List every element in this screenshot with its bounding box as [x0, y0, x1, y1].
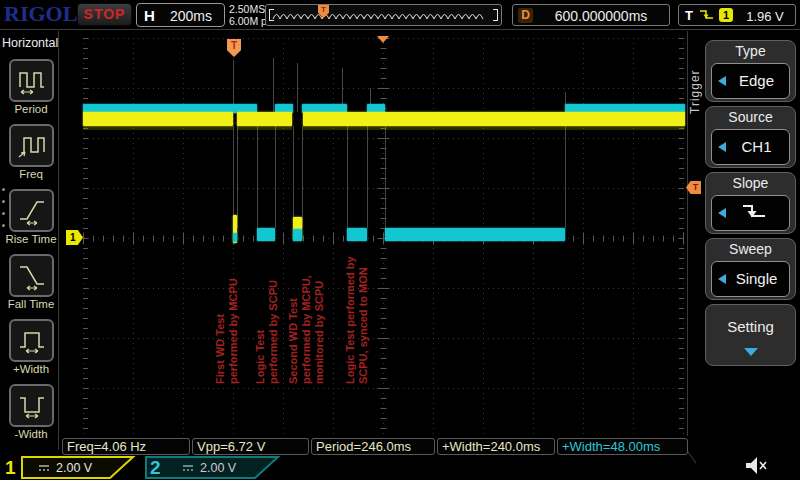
timebase-label: H — [144, 7, 155, 24]
ch1-scale-box[interactable]: 2.00 V — [26, 459, 108, 476]
measurement-pluswidth-ch1[interactable]: +Width=240.0ms — [437, 438, 555, 455]
ch1-tab[interactable]: 1 — [5, 457, 16, 479]
graticule-grid — [83, 38, 685, 439]
trigger-level-value: 1.96 V — [737, 9, 793, 24]
panel-source[interactable]: Source CH1 — [705, 106, 796, 168]
ch2-scale-box[interactable]: 2.00 V — [170, 459, 252, 476]
down-triangle-icon — [744, 348, 758, 356]
panel-type-value: Edge — [724, 64, 789, 98]
panel-sweep-value: Single — [724, 262, 789, 296]
measurement-vpp[interactable]: Vpp=6.72 V — [192, 438, 309, 455]
dc-coupling-icon — [38, 463, 51, 473]
measurement-freq[interactable]: Freq=4.06 Hz — [62, 438, 190, 455]
preview-waveform — [271, 5, 496, 25]
ch2-tab[interactable]: 2 — [150, 457, 161, 479]
panel-setting-label: Setting — [706, 318, 795, 335]
panel-setting-button[interactable]: Setting — [705, 304, 796, 366]
panel-slope-value-box — [711, 195, 790, 231]
sound-muted-icon — [743, 453, 769, 479]
panel-type-label: Type — [706, 43, 795, 59]
panel-sweep[interactable]: Sweep Single — [705, 238, 796, 300]
rigol-logo: RIGOL — [4, 1, 77, 27]
panel-sweep-value-box: Single — [711, 261, 790, 297]
falling-edge-icon — [740, 202, 768, 224]
trigger-label: T — [685, 8, 693, 23]
trigger-status-box[interactable]: T 1 1.96 V — [678, 4, 796, 26]
panel-source-label: Source — [706, 109, 795, 125]
left-triangle-icon — [718, 208, 726, 218]
delay-value: 600.000000ms — [537, 8, 665, 24]
panel-sweep-label: Sweep — [706, 241, 795, 257]
waveform-preview-bar[interactable]: T — [265, 4, 502, 26]
panel-source-value-box: CH1 — [711, 129, 790, 165]
oscilloscope-screen: RIGOL STOP H 200ms 2.50MSa/s 6.00M pts T… — [0, 0, 800, 480]
waveform-display: First WD Test performed by MCPULogic Tes… — [0, 31, 800, 456]
measurement-period[interactable]: Period=246.0ms — [311, 438, 435, 455]
panel-slope[interactable]: Slope — [705, 172, 796, 234]
ch2-scale-value: 2.00 V — [200, 461, 236, 475]
timebase-value: 200ms — [161, 8, 221, 24]
right-menu-title: Trigger — [688, 48, 704, 114]
dc-coupling-icon — [182, 463, 195, 473]
panel-type-value-box: Edge — [711, 63, 790, 99]
measurement-pluswidth-ch2[interactable]: +Width=48.00ms — [557, 438, 688, 455]
run-state-badge[interactable]: STOP — [77, 3, 132, 26]
delay-box[interactable]: D 600.000000ms — [512, 4, 670, 26]
panel-slope-label: Slope — [706, 175, 795, 191]
falling-edge-icon — [699, 9, 715, 22]
preview-right-bracket-icon — [493, 9, 498, 21]
ch1-scale-value: 2.00 V — [56, 461, 92, 475]
horizontal-timebase-box[interactable]: H 200ms — [136, 3, 225, 27]
panel-source-value: CH1 — [724, 130, 789, 164]
panel-type[interactable]: Type Edge — [705, 40, 796, 102]
trigger-source-badge: 1 — [719, 8, 733, 22]
delay-label: D — [518, 8, 533, 23]
top-status-bar: RIGOL STOP H 200ms 2.50MSa/s 6.00M pts T… — [0, 0, 800, 30]
